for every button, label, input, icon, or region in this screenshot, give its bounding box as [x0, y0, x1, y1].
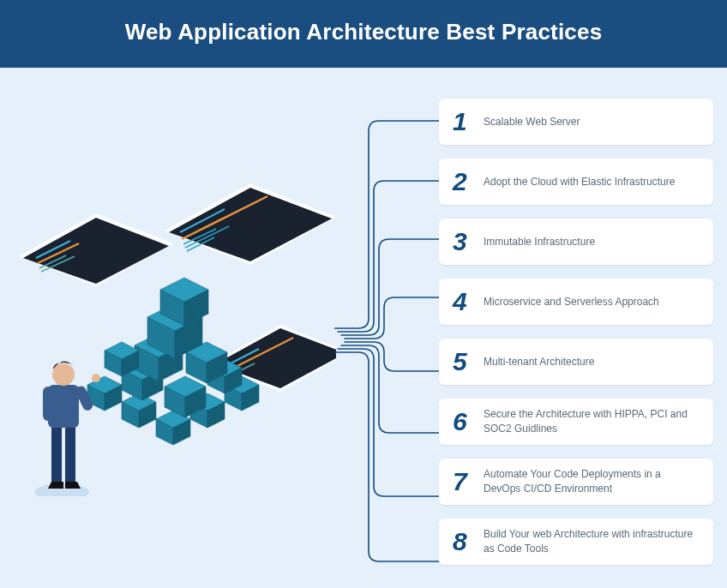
practices-list: 1 Scalable Web Server 2 Adopt the Cloud … [439, 99, 713, 565]
architecture-illustration [10, 171, 336, 496]
list-item: 1 Scalable Web Server [439, 99, 713, 145]
item-number: 6 [453, 407, 484, 436]
item-label: Immutable Infrastructure [484, 235, 595, 249]
header: Web Application Architecture Best Practi… [0, 0, 727, 68]
item-number: 8 [453, 527, 484, 556]
item-label: Multi-tenant Architecture [484, 355, 594, 369]
page-title: Web Application Architecture Best Practi… [0, 19, 727, 45]
connector-lines [334, 99, 439, 588]
svg-point-51 [92, 374, 100, 382]
svg-marker-1 [23, 218, 169, 284]
list-item: 5 Multi-tenant Architecture [439, 339, 713, 385]
list-item: 3 Immutable Infrastructure [439, 219, 713, 265]
item-number: 5 [453, 347, 484, 376]
list-item: 6 Secure the Architecture with HIPPA, PC… [439, 399, 713, 445]
item-number: 3 [453, 227, 484, 256]
item-number: 1 [453, 107, 484, 136]
list-item: 7 Automate Your Code Deployments in a De… [439, 459, 713, 505]
list-item: 2 Adopt the Cloud with Elastic Infrastru… [439, 159, 713, 205]
svg-rect-47 [65, 423, 75, 482]
list-item: 8 Build Your web Architecture with infra… [439, 519, 713, 565]
item-label: Secure the Architecture with HIPPA, PCI … [484, 407, 700, 436]
person-icon [34, 361, 100, 496]
svg-point-52 [52, 363, 75, 386]
list-item: 4 Microservice and Serverless Approach [439, 279, 713, 325]
item-label: Build Your web Architecture with infrast… [484, 527, 700, 556]
item-number: 7 [453, 467, 484, 496]
item-label: Automate Your Code Deployments in a DevO… [484, 467, 700, 496]
item-number: 4 [453, 287, 484, 316]
content-area: 1 Scalable Web Server 2 Adopt the Cloud … [0, 68, 727, 588]
item-label: Adopt the Cloud with Elastic Infrastruct… [484, 175, 675, 189]
svg-rect-49 [43, 387, 53, 421]
svg-rect-46 [51, 423, 62, 482]
item-label: Microservice and Serverless Approach [484, 295, 659, 309]
item-label: Scalable Web Server [484, 115, 580, 129]
item-number: 2 [453, 167, 484, 196]
